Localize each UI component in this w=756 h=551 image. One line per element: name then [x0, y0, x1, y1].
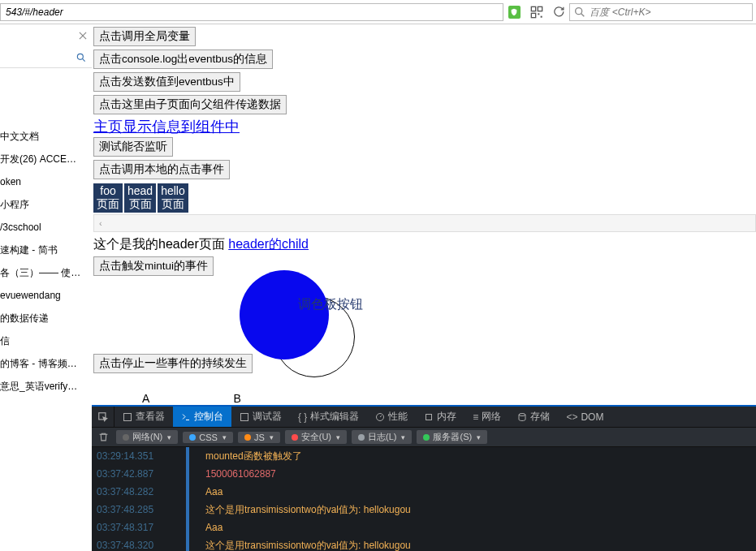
- sidebar-link[interactable]: 意思_英语verify…: [0, 375, 92, 398]
- reload-icon[interactable]: [553, 6, 565, 19]
- header-line: 这个是我的header页面 header的child: [93, 234, 756, 256]
- ab-row: A B: [93, 392, 756, 405]
- sidebar-link[interactable]: evuewendang: [0, 284, 92, 307]
- console-filter-bar: 网络(N)▾ CSS▾ JS▾ 安全(U)▾ 日志(L)▾ 服务器(S)▾: [92, 428, 756, 447]
- nav-box[interactable]: hello页面: [158, 183, 188, 213]
- security-shield-icon[interactable]: [508, 6, 521, 19]
- sidebar-link[interactable]: /3cschool: [0, 216, 92, 239]
- qr-code-icon[interactable]: [530, 6, 543, 19]
- tab-performance[interactable]: 性能: [367, 407, 416, 427]
- svg-rect-0: [531, 6, 535, 11]
- main-page-link[interactable]: 主页显示信息到组件中: [93, 118, 240, 135]
- clear-console-icon[interactable]: [95, 432, 111, 442]
- sidebar-link[interactable]: 中文文档: [0, 125, 92, 148]
- log-timestamp: 03:29:14.351: [97, 450, 186, 462]
- log-message: 1500061062887: [205, 468, 276, 480]
- url-input[interactable]: [0, 3, 503, 21]
- filter-log[interactable]: 日志(L)▾: [352, 430, 412, 444]
- devtools-panel: 查看器 控制台 调试器 { }样式编辑器 性能 内存 ≡网络 存储 <>DOM …: [92, 405, 756, 551]
- sidebar-links: 中文文档开发(26) ACCE…oken小程序/3cschool速构建 - 简书…: [0, 125, 92, 398]
- sidebar-link[interactable]: oken: [0, 170, 92, 193]
- page-content: 点击调用全局变量 点击console.log出eventbus的信息 点击发送数…: [92, 24, 756, 405]
- header-text: 这个是我的header页面: [93, 237, 228, 251]
- btn-stop-events[interactable]: 点击停止一些事件的持续发生: [93, 354, 253, 373]
- log-message: mounted函数被触发了: [205, 450, 302, 463]
- filter-server[interactable]: 服务器(S)▾: [417, 430, 487, 444]
- btn-global-var[interactable]: 点击调用全局变量: [93, 27, 196, 46]
- palette-label: 调色板按钮: [298, 296, 363, 313]
- tab-inspector[interactable]: 查看器: [114, 407, 173, 427]
- nav-row: foo页面head页面hello页面: [93, 183, 756, 213]
- tab-storage[interactable]: 存储: [509, 407, 558, 427]
- log-message: Aaa: [205, 486, 222, 497]
- circle-area: 调色板按钮 点击停止一些事件的持续发生: [93, 278, 756, 392]
- console-log-row: 03:37:42.8871500061062887: [92, 465, 756, 483]
- log-message: 这个是用transimissiontwo的val值为: hellokugou: [205, 503, 411, 517]
- svg-point-17: [519, 413, 525, 415]
- svg-rect-4: [540, 15, 542, 17]
- console-log-row: 03:37:48.320这个是用transimissiontwo的val值为: …: [92, 536, 756, 551]
- browser-search[interactable]: [569, 3, 753, 21]
- svg-rect-12: [124, 413, 132, 420]
- devtools-tabs: 查看器 控制台 调试器 { }样式编辑器 性能 内存 ≡网络 存储 <>DOM: [92, 407, 756, 428]
- tab-style-editor[interactable]: { }样式编辑器: [290, 407, 367, 427]
- close-icon[interactable]: [77, 30, 89, 41]
- sidebar-link[interactable]: 速构建 - 简书: [0, 239, 92, 261]
- btn-child-to-parent[interactable]: 点击这里由子页面向父组件传递数据: [93, 95, 287, 114]
- btn-mintui[interactable]: 点击触发mintui的事件: [93, 256, 214, 276]
- tab-network[interactable]: ≡网络: [464, 407, 509, 427]
- svg-point-9: [77, 54, 83, 59]
- tab-memory[interactable]: 内存: [416, 407, 464, 427]
- log-timestamp: 03:37:48.317: [97, 522, 186, 533]
- nav-box[interactable]: foo页面: [93, 183, 123, 213]
- tab-debugger[interactable]: 调试器: [231, 407, 290, 427]
- header-child-link[interactable]: header的child: [228, 237, 309, 251]
- btn-test-listen[interactable]: 测试能否监听: [93, 137, 173, 157]
- sidebar-link[interactable]: 的博客 - 博客频…: [0, 352, 92, 375]
- log-timestamp: 03:37:48.285: [97, 504, 186, 515]
- nav-box[interactable]: head页面: [124, 183, 156, 213]
- log-timestamp: 03:37:48.320: [97, 540, 186, 551]
- sidebar-link[interactable]: 各（三）—— 使…: [0, 261, 92, 284]
- sidebar-link[interactable]: 的数据传递: [0, 307, 92, 329]
- console-log-row: 03:37:48.317Aaa: [92, 519, 756, 536]
- log-message: 这个是用transimissiontwo的val值为: hellokugou: [205, 539, 411, 552]
- svg-rect-14: [241, 413, 248, 420]
- svg-rect-3: [538, 13, 539, 15]
- svg-rect-1: [538, 6, 542, 11]
- console-log-area[interactable]: 03:29:14.351mounted函数被触发了03:37:42.887150…: [92, 447, 756, 551]
- sidebar-link[interactable]: 信: [0, 329, 92, 352]
- btn-console-log[interactable]: 点击console.log出eventbus的信息: [93, 50, 273, 69]
- sidebar-search-icon[interactable]: [76, 52, 87, 63]
- filter-network[interactable]: 网络(N)▾: [116, 430, 178, 444]
- filter-security[interactable]: 安全(U)▾: [285, 430, 347, 444]
- log-timestamp: 03:37:48.282: [97, 486, 186, 497]
- filter-css[interactable]: CSS▾: [183, 432, 233, 443]
- btn-local-click[interactable]: 点击调用本地的点击事件: [93, 160, 230, 179]
- chevron-bar[interactable]: ‹: [93, 214, 756, 232]
- sidebar-link[interactable]: 小程序: [0, 193, 92, 216]
- console-log-row: 03:37:48.282Aaa: [92, 483, 756, 501]
- left-sidebar: 中文文档开发(26) ACCE…oken小程序/3cschool速构建 - 简书…: [0, 24, 92, 551]
- svg-rect-2: [531, 13, 535, 17]
- console-log-row: 03:37:48.285这个是用transimissiontwo的val值为: …: [92, 501, 756, 519]
- sidebar-link[interactable]: 开发(26) ACCE…: [0, 148, 92, 170]
- svg-point-5: [576, 7, 582, 14]
- search-input[interactable]: [590, 6, 752, 18]
- browser-toolbar: [0, 0, 756, 24]
- svg-rect-16: [426, 414, 432, 420]
- svg-line-10: [82, 58, 84, 61]
- btn-send-eventbus[interactable]: 点击发送数值到eventbus中: [93, 72, 240, 92]
- tab-console[interactable]: 控制台: [173, 407, 231, 427]
- filter-js[interactable]: JS▾: [238, 432, 280, 443]
- svg-line-6: [581, 13, 585, 16]
- search-icon: [573, 6, 586, 19]
- log-timestamp: 03:37:42.887: [97, 468, 186, 480]
- blue-circle-button[interactable]: [240, 270, 329, 359]
- element-picker-icon[interactable]: [92, 407, 114, 427]
- tab-dom[interactable]: <>DOM: [558, 407, 611, 427]
- console-log-row: 03:29:14.351mounted函数被触发了: [92, 447, 756, 465]
- log-message: Aaa: [205, 522, 222, 533]
